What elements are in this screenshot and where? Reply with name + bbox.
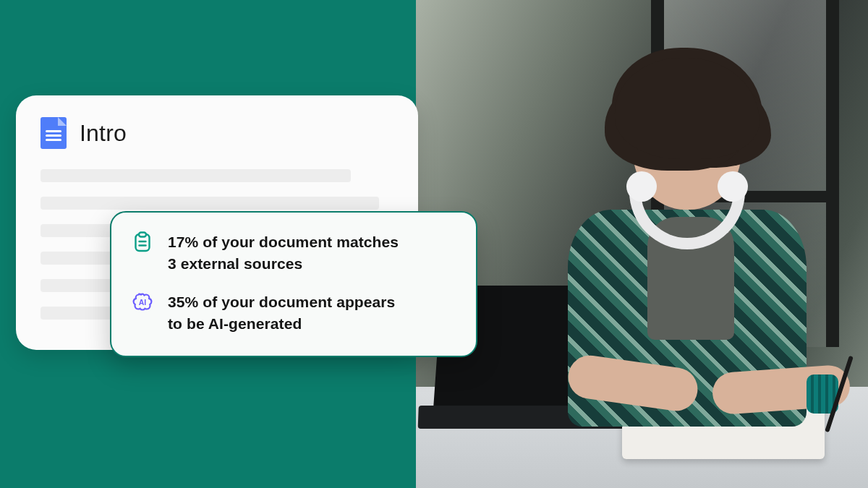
placeholder-line bbox=[41, 197, 379, 210]
placeholder-line bbox=[41, 169, 351, 182]
plagiarism-insight: 17% of your document matches 3 external … bbox=[132, 231, 454, 275]
promo-stage: Intro 17% of your document matches bbox=[0, 0, 868, 488]
plagiarism-line-2: 3 external sources bbox=[168, 255, 302, 272]
ai-insight: AI 35% of your document appears to be AI… bbox=[132, 291, 454, 335]
ai-brain-icon: AI bbox=[132, 291, 153, 313]
plagiarism-line-1: 17% of your document matches bbox=[168, 234, 399, 250]
ai-line-1: 35% of your document appears bbox=[168, 294, 395, 310]
document-header: Intro bbox=[41, 117, 393, 149]
google-doc-icon bbox=[41, 117, 67, 149]
document-title: Intro bbox=[80, 120, 127, 147]
ai-text: 35% of your document appears to be AI-ge… bbox=[168, 291, 395, 335]
plagiarism-text: 17% of your document matches 3 external … bbox=[168, 231, 399, 275]
ai-line-2: to be AI-generated bbox=[168, 315, 302, 332]
svg-text:AI: AI bbox=[139, 297, 147, 306]
photo-person bbox=[546, 51, 821, 390]
photo-hair bbox=[615, 58, 760, 159]
clipboard-icon bbox=[132, 231, 153, 253]
hero-photo bbox=[416, 0, 868, 488]
originality-popover: 17% of your document matches 3 external … bbox=[110, 211, 477, 357]
svg-rect-1 bbox=[139, 233, 146, 237]
